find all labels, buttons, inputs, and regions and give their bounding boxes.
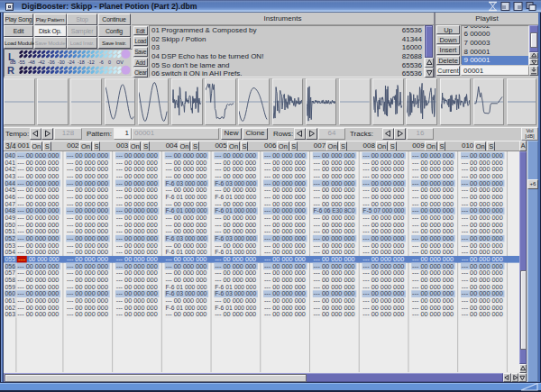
- svg-text:-55: -55: [18, 59, 25, 65]
- svg-text:--- 00 000 000: --- 00 000 000: [17, 310, 59, 318]
- svg-text:-36: -36: [48, 59, 55, 65]
- svg-text:--- 00 000 000: --- 00 000 000: [462, 310, 503, 318]
- svg-text:--- 00 000 000: --- 00 000 000: [165, 310, 206, 318]
- svg-text:--- 00 000 000: --- 00 000 000: [314, 310, 355, 318]
- svg-text:-6: -6: [99, 59, 104, 65]
- svg-text:R: R: [7, 65, 14, 76]
- svg-text:063: 063: [5, 310, 16, 318]
- svg-text:-30: -30: [58, 59, 65, 65]
- svg-text:-18: -18: [78, 59, 85, 65]
- svg-text:--- 00 000 000: --- 00 000 000: [215, 310, 256, 318]
- svg-text:--- 00 000 000: --- 00 000 000: [67, 310, 108, 318]
- svg-text:-24: -24: [68, 59, 75, 65]
- svg-text:--- 00 000 000: --- 00 000 000: [264, 310, 306, 318]
- svg-text:OV: OV: [116, 59, 124, 65]
- svg-text:--- 00 000 000: --- 00 000 000: [116, 310, 158, 318]
- svg-text:--- 00 000 000: --- 00 000 000: [412, 310, 454, 318]
- svg-text:-48: -48: [28, 59, 35, 65]
- svg-text:0: 0: [108, 59, 111, 65]
- svg-text:dB: dB: [10, 59, 16, 65]
- svg-text:-42: -42: [38, 59, 45, 65]
- svg-text:--- 00 000 000: --- 00 000 000: [362, 310, 404, 318]
- svg-text:-12: -12: [87, 59, 95, 65]
